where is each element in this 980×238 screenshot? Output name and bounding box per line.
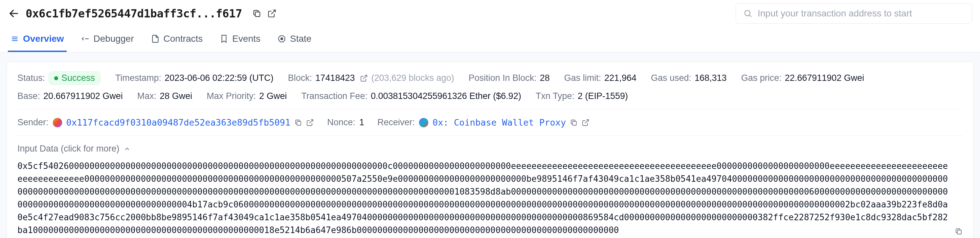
svg-point-10	[281, 38, 283, 40]
input-data-container: 0x5cf54026000000000000000000000000000000…	[18, 154, 963, 237]
svg-point-3	[745, 11, 750, 16]
txn-type-item: Txn Type: 2 (EIP-1559)	[536, 91, 628, 101]
svg-line-13	[309, 120, 313, 123]
svg-line-15	[585, 120, 589, 123]
status-value: Success	[61, 73, 95, 83]
tab-label: Contracts	[164, 34, 203, 44]
max-priority-label: Max Priority:	[207, 91, 256, 101]
timestamp-item: Timestamp: 2023-06-06 02:22:59 (UTC)	[115, 73, 274, 83]
search-box[interactable]	[736, 3, 972, 24]
tab-label: Debugger	[94, 34, 134, 44]
timestamp-value: 2023-06-06 02:22:59 (UTC)	[164, 73, 274, 83]
external-link-icon[interactable]	[267, 8, 277, 18]
tab-label: Overview	[23, 34, 64, 44]
svg-rect-14	[573, 121, 576, 125]
title-actions	[252, 8, 277, 18]
search-input[interactable]	[758, 8, 964, 19]
txn-type-label: Txn Type:	[536, 91, 574, 101]
max-item: Max: 28 Gwei	[137, 91, 192, 101]
svg-rect-16	[957, 230, 961, 234]
position-value: 28	[540, 73, 550, 83]
receiver-item: Receiver: 0x: Coinbase Wallet Proxy	[377, 117, 590, 128]
position-item: Position In Block: 28	[469, 73, 550, 83]
max-priority-item: Max Priority: 2 Gwei	[207, 91, 287, 101]
tab-overview[interactable]: Overview	[8, 29, 67, 52]
input-data-header[interactable]: Input Data (click for more)	[18, 144, 963, 154]
sender-avatar-icon	[52, 118, 62, 128]
block-value[interactable]: 17418423	[315, 73, 355, 83]
svg-line-11	[363, 75, 367, 79]
receiver-label: Receiver:	[377, 117, 415, 128]
txn-fee-item: Transaction Fee: 0.003815304255961326 Et…	[301, 91, 521, 101]
gas-limit-value: 221,964	[604, 73, 636, 83]
status-item: Status: Success	[18, 71, 101, 85]
tab-contracts[interactable]: Contracts	[148, 29, 205, 52]
txn-fee-label: Transaction Fee:	[301, 91, 368, 101]
input-data-value: 0x5cf54026000000000000000000000000000000…	[18, 160, 948, 237]
meta-row-2: Base: 20.667911902 Gwei Max: 28 Gwei Max…	[18, 91, 963, 101]
block-item: Block: 17418423 (203,629 blocks ago)	[288, 73, 454, 83]
block-label: Block:	[288, 73, 312, 83]
divider	[18, 136, 963, 136]
block-external-link-icon[interactable]	[360, 74, 368, 82]
blocks-ago: (203,629 blocks ago)	[371, 73, 454, 83]
sender-label: Sender:	[18, 117, 49, 128]
copy-receiver-icon[interactable]	[570, 119, 578, 126]
tab-events[interactable]: Events	[217, 29, 263, 52]
gas-used-label: Gas used:	[651, 73, 691, 83]
gas-price-label: Gas price:	[741, 73, 782, 83]
tab-debugger[interactable]: Debugger	[78, 29, 137, 52]
meta-row-1: Status: Success Timestamp: 2023-06-06 02…	[18, 71, 963, 85]
gas-limit-label: Gas limit:	[564, 73, 601, 83]
receiver-address[interactable]: 0x: Coinbase Wallet Proxy	[433, 117, 566, 128]
status-badge: Success	[48, 71, 101, 85]
chevron-up-icon	[124, 145, 131, 153]
overview-panel: Status: Success Timestamp: 2023-06-06 02…	[6, 61, 974, 238]
max-priority-value: 2 Gwei	[259, 91, 287, 101]
gas-used-value: 168,313	[695, 73, 727, 83]
txn-type-value: 2 (EIP-1559)	[578, 91, 628, 101]
header-left: 0x6c1fb7ef5265447d1baff3cf...f617	[8, 7, 277, 20]
gas-used-item: Gas used: 168,313	[651, 73, 727, 83]
gas-price-item: Gas price: 22.667911902 Gwei	[741, 73, 864, 83]
max-value: 28 Gwei	[160, 91, 192, 101]
timestamp-label: Timestamp:	[115, 73, 161, 83]
position-label: Position In Block:	[469, 73, 537, 83]
copy-sender-icon[interactable]	[294, 119, 302, 126]
copy-hash-icon[interactable]	[252, 8, 262, 18]
input-data-label: Input Data (click for more)	[18, 144, 119, 154]
tab-label: State	[290, 34, 311, 44]
base-label: Base:	[18, 91, 40, 101]
svg-line-2	[271, 10, 275, 14]
search-icon	[743, 9, 752, 18]
svg-rect-12	[297, 121, 301, 125]
tab-bar: Overview Debugger Contracts Events State	[0, 29, 980, 52]
sender-item: Sender: 0x117fcacd9f0310a09487de52ea363e…	[18, 117, 314, 128]
sender-address[interactable]: 0x117fcacd9f0310a09487de52ea363e89d5fb50…	[66, 117, 291, 128]
status-dot-icon	[54, 76, 58, 80]
gas-limit-item: Gas limit: 221,964	[564, 73, 636, 83]
page-header: 0x6c1fb7ef5265447d1baff3cf...f617	[0, 0, 980, 29]
base-item: Base: 20.667911902 Gwei	[18, 91, 123, 101]
address-row: Sender: 0x117fcacd9f0310a09487de52ea363e…	[18, 117, 963, 128]
max-label: Max:	[137, 91, 157, 101]
receiver-external-link-icon[interactable]	[582, 119, 590, 126]
gas-price-value: 22.667911902 Gwei	[785, 73, 864, 83]
sender-external-link-icon[interactable]	[306, 119, 314, 126]
nonce-value: 1	[359, 117, 364, 128]
tab-state[interactable]: State	[275, 29, 314, 52]
tab-label: Events	[232, 34, 261, 44]
txn-fee-value: 0.003815304255961326 Ether ($6.92)	[371, 91, 521, 101]
copy-input-data-icon[interactable]	[955, 227, 963, 235]
transaction-hash-title: 0x6c1fb7ef5265447d1baff3cf...f617	[25, 7, 242, 20]
back-button[interactable]	[8, 8, 20, 19]
status-label: Status:	[18, 73, 45, 83]
nonce-item: Nonce: 1	[327, 117, 364, 128]
receiver-avatar-icon	[419, 118, 429, 128]
base-value: 20.667911902 Gwei	[43, 91, 123, 101]
svg-line-4	[749, 15, 751, 17]
svg-rect-1	[255, 12, 260, 16]
nonce-label: Nonce:	[327, 117, 355, 128]
